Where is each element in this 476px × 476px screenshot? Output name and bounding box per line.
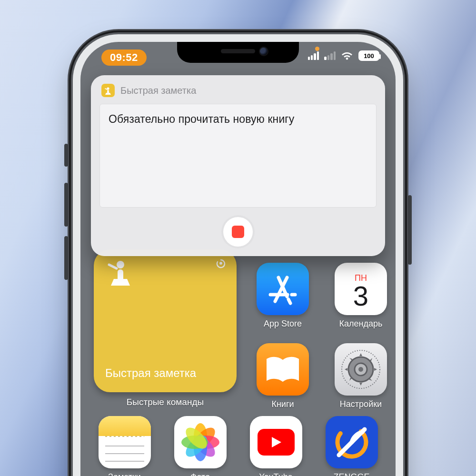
power-button[interactable]: [408, 195, 412, 265]
status-time: 09:52: [110, 51, 138, 64]
zengge-icon: [330, 421, 373, 464]
books-icon: [264, 355, 301, 384]
svg-point-2: [117, 261, 124, 268]
app-label-calendar: Календарь: [339, 319, 383, 329]
app-label-youtube: YouTube: [259, 472, 293, 476]
app-settings[interactable]: [335, 343, 387, 396]
widget-person-icon: [106, 260, 137, 295]
phone-frame: 09:52 100: [73, 34, 403, 476]
widget-title: Быстрая заметка: [105, 367, 196, 380]
quick-note-text: Обязательно прочитать новую книгу: [109, 113, 294, 125]
app-photos[interactable]: [174, 416, 227, 468]
earpiece: [221, 49, 255, 53]
app-appstore[interactable]: [257, 263, 309, 315]
screen: 09:52 100: [80, 42, 396, 476]
front-camera: [259, 47, 268, 56]
cellular-sim1-icon: [308, 51, 319, 60]
app-calendar[interactable]: ПН 3: [335, 263, 387, 315]
widget-label: Быстрые команды: [94, 397, 237, 407]
shortcut-icon: [101, 84, 115, 97]
volume-down-button[interactable]: [64, 236, 68, 280]
notch: [177, 42, 299, 63]
appstore-icon: [266, 272, 300, 306]
app-notes[interactable]: [99, 416, 151, 468]
app-books[interactable]: [257, 343, 309, 396]
app-youtube[interactable]: [250, 416, 302, 468]
popup-title: Быстрая заметка: [120, 85, 196, 96]
wifi-icon: [341, 51, 353, 60]
home-screen: Быстрая заметка Быстрые команды: [94, 263, 382, 476]
shortcuts-widget[interactable]: Быстрая заметка: [94, 249, 237, 392]
app-label-books: Книги: [271, 399, 294, 409]
stop-dictation-button[interactable]: [223, 217, 253, 247]
svg-point-1: [219, 262, 222, 265]
mute-switch[interactable]: [64, 144, 68, 167]
stop-icon: [232, 226, 244, 238]
settings-icon: [340, 349, 381, 390]
time-recording-pill[interactable]: 09:52: [101, 50, 147, 66]
app-label-zengge: ZENGGE: [333, 472, 369, 476]
app-zengge[interactable]: [326, 416, 378, 468]
app-label-photos: Фото: [190, 472, 210, 476]
app-label-settings: Настройки: [340, 399, 382, 409]
app-label-appstore: App Store: [264, 319, 302, 329]
youtube-icon: [258, 429, 295, 456]
calendar-day: 3: [353, 282, 368, 310]
volume-up-button[interactable]: [64, 183, 68, 227]
battery-indicator: 100: [358, 50, 379, 61]
svg-point-8: [358, 367, 363, 372]
battery-level: 100: [364, 52, 374, 60]
widget-indicator-icon: [216, 258, 226, 268]
cellular-sim2-icon: [324, 51, 336, 60]
quick-note-textarea[interactable]: Обязательно прочитать новую книгу: [99, 104, 377, 208]
photos-icon: [178, 420, 222, 464]
app-label-notes: Заметки: [108, 472, 141, 476]
quick-note-popup: Быстрая заметка Обязательно прочитать но…: [91, 75, 385, 256]
